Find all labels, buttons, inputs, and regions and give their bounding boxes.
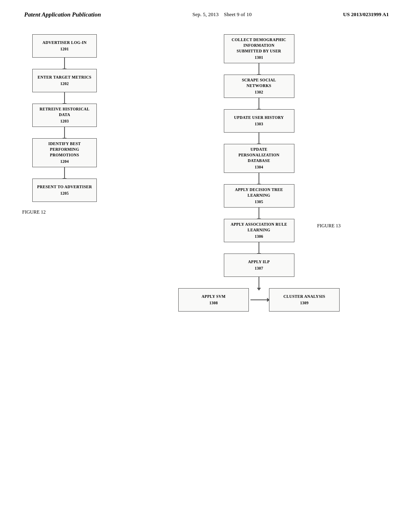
arrow-1306-1307 bbox=[259, 242, 259, 254]
arrow-1202-1203 bbox=[64, 92, 65, 104]
arrow-1301-1302 bbox=[259, 63, 259, 75]
figure-13-label: FIGURE 13 bbox=[317, 223, 340, 229]
figure-13-flow: COLLECT DEMOGRAPHICINFORMATIONSUBMITTED … bbox=[121, 34, 397, 312]
box-1202: ENTER TARGET METRICS 1202 bbox=[32, 69, 97, 92]
box-1309: CLUSTER ANALYSIS 1309 bbox=[269, 288, 340, 312]
box-1205: PRESENT TO ADVERTISER 1205 bbox=[32, 179, 97, 202]
page-header: Patent Application Publication Sep. 5, 2… bbox=[0, 0, 413, 22]
patent-number: US 2013/0231999 A1 bbox=[343, 11, 389, 18]
arrow-1308-1309 bbox=[250, 299, 267, 300]
box-1302: SCRAPE SOCIALNETWORKS 1302 bbox=[224, 75, 294, 98]
svm-cluster-row: APPLY SVM 1308 CLUSTER ANALYSIS 1309 bbox=[178, 288, 340, 312]
box-1201: ADVERTISER LOG-IN 1201 bbox=[32, 34, 97, 58]
arrow-1204-1205 bbox=[64, 167, 65, 179]
arrow-1303-1304 bbox=[259, 133, 259, 144]
box-1308: APPLY SVM 1308 bbox=[178, 288, 249, 312]
box-1303: UPDATE USER HISTORY 1303 bbox=[224, 109, 294, 133]
arrow-1307-1308 bbox=[259, 277, 259, 288]
arrow-1305-1306 bbox=[259, 208, 259, 219]
arrow-1203-1204 bbox=[64, 127, 65, 138]
box-1305: APPLY DECISION TREELEARNING 1305 bbox=[224, 184, 294, 208]
main-content: ADVERTISER LOG-IN 1201 ENTER TARGET METR… bbox=[0, 22, 413, 522]
box-1203: RETREIVE HISTORICALDATA 1203 bbox=[32, 104, 97, 127]
figure-12-column: ADVERTISER LOG-IN 1201 ENTER TARGET METR… bbox=[16, 30, 113, 514]
box-1204: IDENTIFY BESTPERFORMINGPROMOTIONS 1204 bbox=[32, 138, 97, 167]
publication-title: Patent Application Publication bbox=[24, 11, 101, 18]
sheet-number: Sheet 9 of 10 bbox=[224, 11, 252, 17]
box-1307: APPLY ILP 1307 bbox=[224, 254, 294, 277]
arrow-1304-1305 bbox=[259, 173, 259, 184]
box-1306: APPLY ASSOCIATION RULELEARNING 1306 bbox=[224, 219, 294, 242]
arrow-1302-1303 bbox=[259, 98, 259, 109]
pub-date: Sep. 5, 2013 bbox=[192, 11, 219, 17]
box-1306-wrapper: APPLY ASSOCIATION RULELEARNING 1306 FIGU… bbox=[224, 219, 294, 242]
arrow-1201-1202 bbox=[64, 58, 65, 69]
figure-12-label: FIGURE 12 bbox=[22, 209, 46, 215]
publication-date-sheet: Sep. 5, 2013 Sheet 9 of 10 bbox=[192, 11, 252, 18]
box-1301: COLLECT DEMOGRAPHICINFORMATIONSUBMITTED … bbox=[224, 34, 294, 63]
box-1304: UPDATEPERSONALIZATIONDATABASE 1304 bbox=[224, 144, 294, 173]
figure-13-column: COLLECT DEMOGRAPHICINFORMATIONSUBMITTED … bbox=[113, 30, 397, 514]
